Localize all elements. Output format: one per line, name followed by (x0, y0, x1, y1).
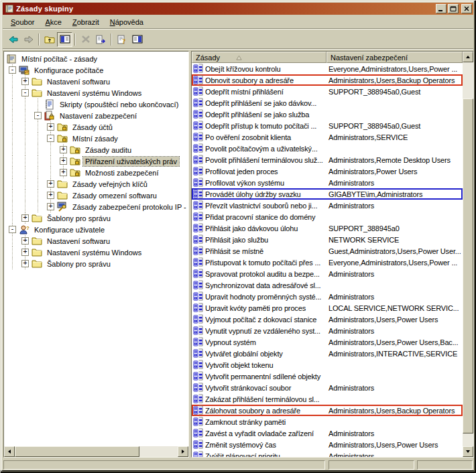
policy-row-vytvorit-strankovaci-soubor[interactable]: Vytvořit stránkovací souborAdministrator… (192, 382, 463, 393)
tree-horizontal-scrollbar[interactable] (4, 446, 188, 457)
close-button[interactable] (461, 4, 472, 13)
menu-akce[interactable]: Akce (40, 17, 66, 27)
policy-row-zvysit-planovaci-prioritu[interactable]: Zvýšit plánovací priorituAdministrators (192, 450, 463, 457)
expander-minus-icon[interactable]: - (21, 89, 29, 96)
policy-row-vypnout-system[interactable]: Vypnout systémAdministrators,Users,Power… (192, 336, 463, 348)
security-setting-value: Administrators (326, 452, 463, 458)
tree-item-zasady-omezeni-softwaru[interactable]: +Zásady omezení softwaru (4, 190, 188, 201)
tree-item-mistni-zasady[interactable]: -Místní zásady (4, 133, 188, 144)
tree-item-label: Skripty (spouštěcí nebo ukončovací) (58, 100, 180, 109)
policy-row-zmenit-systemovy-cas[interactable]: Změnit systémový časAdministrators,Users… (192, 439, 463, 450)
export-list-button[interactable] (93, 32, 109, 47)
tree-item-nastaveni-softwaru[interactable]: +Nastavení softwaru (4, 235, 188, 247)
expander-plus-icon[interactable]: + (47, 123, 54, 131)
tree-item-nastaveni-systemu-windows[interactable]: +Nastavení systému Windows (4, 247, 188, 258)
vertical-scroll-thumb[interactable] (463, 98, 473, 433)
column-header-zasady[interactable]: Zásady (192, 52, 326, 63)
policy-row-odeprit-prihlaseni-se-jako-sluzba[interactable]: Odepřít přihlášení se jako služba (192, 109, 463, 120)
expander-plus-icon[interactable]: + (47, 192, 54, 199)
expander-plus-icon[interactable]: + (47, 203, 54, 210)
expander-plus-icon[interactable]: + (60, 146, 67, 153)
policy-row-zalohovat-soubory-a-adresare[interactable]: Zálohovat soubory a adresářeAdministrato… (192, 405, 463, 416)
tree-item-moznosti-zabezpeceni[interactable]: +Možnosti zabezpečení (4, 167, 188, 178)
column-header-nastaveni-zabezpeceni[interactable]: Nastavení zabezpečení (326, 52, 463, 63)
menu-napoveda[interactable]: Nápověda (105, 17, 149, 27)
expander-plus-icon[interactable]: + (21, 260, 29, 267)
tree-item-nastaveni-systemu-windows[interactable]: -Nastavení systému Windows (4, 87, 188, 98)
expander-minus-icon[interactable]: - (9, 226, 16, 233)
expander-plus-icon[interactable]: + (21, 214, 29, 222)
tree-item-nastaveni-zabezpeceni[interactable]: -Nastavení zabezpečení (4, 110, 188, 121)
tree-item-sablony-pro-spravu[interactable]: +Šablony pro správu (4, 212, 188, 224)
tree-item-konfigurace-uzivatele[interactable]: -?Konfigurace uživatele (4, 224, 188, 235)
scroll-right-button[interactable] (178, 446, 188, 457)
list-vertical-scrollbar[interactable] (463, 52, 473, 457)
tree-item-zasady-uctu[interactable]: +Zásady účtů (4, 121, 188, 133)
scroll-left-button[interactable] (4, 446, 15, 457)
policy-row-vynutit-vypnuti-ze-vzdaleneho-syst[interactable]: Vynutit vypnutí ze vzdáleného syst...Adm… (192, 325, 463, 336)
help-button[interactable]: ? (114, 32, 129, 47)
policy-row-profilovat-jeden-proces[interactable]: Profilovat jeden procesAdministrators,Po… (192, 165, 463, 177)
expander-plus-icon[interactable]: + (60, 169, 67, 176)
policy-row-povolit-pocitacovym-a-uzivatelsky[interactable]: Povolit počítačovým a uživatelský... (192, 143, 463, 154)
show-tree-button[interactable] (57, 32, 72, 47)
menu-zobrazit[interactable]: Zobrazit (67, 17, 105, 27)
tree-item-prirazeni-uzivatelskych-prav[interactable]: +Přiřazení uživatelských práv (4, 155, 188, 167)
policy-row-povolit-prihlaseni-terminalovou-sluz[interactable]: Povolit přihlášení terminálovou služ...A… (192, 154, 463, 165)
policy-row-odeprit-pristup-k-tomuto-pocitaci[interactable]: Odepřít přístup k tomuto počítači ...SUP… (192, 120, 463, 131)
policy-row-vytvorit-permanentni-sdilene-objekty[interactable]: Vytvořit permanentní sdílené objekty (192, 370, 463, 382)
expander-plus-icon[interactable]: + (47, 180, 54, 188)
tree-item-sablony-pro-spravu[interactable]: +Šablony pro správu (4, 258, 188, 269)
policy-row-upravit-kvoty-pameti-pro-proces[interactable]: Upravit kvóty paměti pro procesLOCAL SER… (192, 302, 463, 314)
policy-row-synchronizovat-data-adresarove-sl[interactable]: Synchronizovat data adresářové sl... (192, 279, 463, 291)
title-bar[interactable]: Zásady skupiny (3, 3, 473, 15)
expander-minus-icon[interactable]: - (34, 112, 42, 119)
policy-row-obnovit-soubory-a-adresare[interactable]: Obnovit soubory a adresářeAdministrators… (192, 74, 463, 86)
expander-minus-icon[interactable]: - (9, 66, 16, 74)
expander-minus-icon[interactable]: - (47, 135, 54, 142)
policy-row-pristupovat-k-tomuto-pocitaci-pres[interactable]: Přistupovat k tomuto počítači přes ...Ev… (192, 257, 463, 268)
policy-row-prihlasit-jako-sluzbu[interactable]: Přihlásit jako službuNETWORK SERVICE (192, 234, 463, 245)
policy-row-odeprit-prihlaseni-se-jako-davkov[interactable]: Odepřít přihlášení se jako dávkov... (192, 97, 463, 109)
tree-item-konfigurace-pocitace[interactable]: -Konfigurace počítače (4, 64, 188, 76)
scroll-down-button[interactable] (463, 446, 473, 457)
policy-row-zavest-a-vyradit-ovladace-zarizeni[interactable]: Zavést a vyřadit ovladače zařízeníAdmini… (192, 427, 463, 439)
policy-row-profilovat-vykon-systemu[interactable]: Profilovat výkon systémuAdministrators (192, 177, 463, 188)
delete-button[interactable] (78, 32, 93, 47)
policy-row-prihlasit-se-mistne[interactable]: Přihlásit se místněGuest,Administrators,… (192, 245, 463, 257)
scroll-up-button[interactable] (463, 52, 473, 62)
policy-row-vytvaret-globalni-objekty[interactable]: Vytvářet globální objektyAdministrators,… (192, 348, 463, 359)
tree-item-zasady-zabezpeceni-protokolu-ip[interactable]: +Zásady zabezpečení protokolu IP - (4, 201, 188, 212)
forward-button[interactable] (21, 32, 36, 47)
expander-plus-icon[interactable]: + (21, 237, 29, 245)
policy-row-po-overeni-zosobnit-klienta[interactable]: Po ověření zosobnit klientaAdministrator… (192, 131, 463, 143)
policy-row-vyjmout-pocitac-z-dokovaci-stanice[interactable]: Vyjmout počítač z dokovací staniceAdmini… (192, 314, 463, 325)
back-button[interactable] (5, 32, 21, 47)
policy-row-zamknout-stranky-pameti[interactable]: Zamknout stránky paměti (192, 416, 463, 427)
toolbar-separator (38, 33, 40, 46)
expander-plus-icon[interactable]: + (60, 157, 67, 165)
policy-row-prevzit-vlastnictvi-souboru-nebo-ji[interactable]: Převzít vlastnictví souborů nebo ji...Ad… (192, 200, 463, 211)
expander-plus-icon[interactable]: + (21, 78, 29, 85)
tree-item-mistni-pocitac-zasady[interactable]: Místní počítač - zásady (4, 53, 188, 64)
tree-item-zasady-verejnych-klicu[interactable]: +Zásady veřejných klíčů (4, 178, 188, 190)
policy-row-provadet-ulohy-udrzby-svazku[interactable]: Provádět úlohy údržby svazkuGIGABYTE\im,… (192, 188, 463, 200)
menu-soubor[interactable]: Soubor (5, 17, 40, 27)
horizontal-scroll-thumb[interactable] (15, 446, 139, 457)
policy-row-pridat-pracovni-stanice-do-domeny[interactable]: Přidat pracovní stanice do domény (192, 211, 463, 222)
policy-row-vytvorit-objekt-tokenu[interactable]: Vytvořit objekt tokenu (192, 359, 463, 370)
policy-row-spravovat-protokol-auditu-a-bezpe[interactable]: Spravovat protokol auditu a bezpe...Admi… (192, 268, 463, 279)
minimize-button[interactable] (436, 4, 447, 13)
tree-item-nastaveni-softwaru[interactable]: +Nastavení softwaru (4, 76, 188, 87)
tree-item-zasady-auditu[interactable]: +Zásady auditu (4, 144, 188, 155)
policy-row-odeprit-mistni-prihlaseni[interactable]: Odepřít místní přihlášeníSUPPORT_388945a… (192, 86, 463, 97)
up-folder-button[interactable] (42, 32, 57, 47)
show-pane-button[interactable] (129, 32, 145, 47)
expander-plus-icon[interactable]: + (21, 249, 29, 256)
tree-item-skripty-spousteci-nebo-ukoncovaci[interactable]: Skripty (spouštěcí nebo ukončovací) (4, 98, 188, 110)
maximize-button[interactable] (448, 4, 459, 13)
policy-row-zakazat-prihlaseni-terminalovou-sl[interactable]: Zakázat přihlášení terminálovou sl... (192, 393, 463, 405)
policy-row-obejit-krizovou-kontrolu[interactable]: Obejít křížovou kontroluEveryone,Adminis… (192, 63, 463, 74)
policy-row-upravit-hodnoty-promennych-syste[interactable]: Upravit hodnoty proměnných systé...Admin… (192, 291, 463, 302)
policy-row-prihlasit-jako-davkovou-ulohu[interactable]: Přihlásit jako dávkovou úlohuSUPPORT_388… (192, 222, 463, 234)
